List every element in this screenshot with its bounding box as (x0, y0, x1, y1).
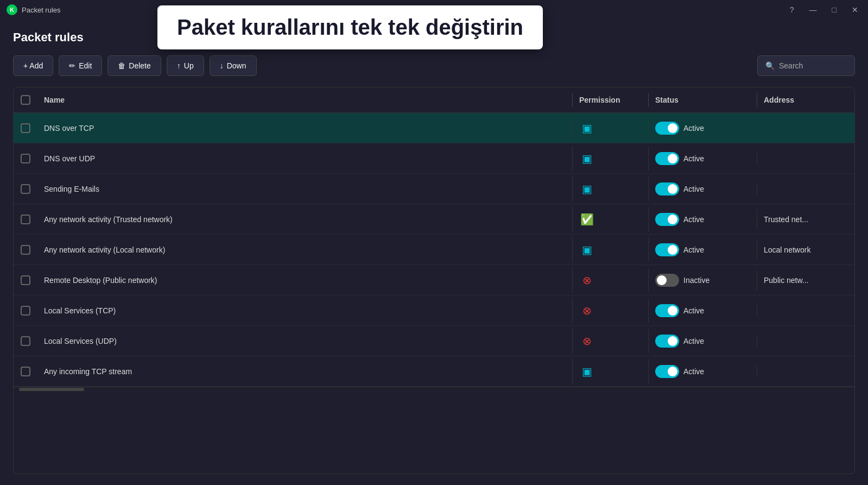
row-checkbox[interactable] (21, 275, 30, 285)
app-icon: K (7, 4, 17, 15)
toggle-container[interactable]: Active (655, 335, 704, 348)
help-button[interactable]: ? (787, 4, 797, 15)
row-checkbox[interactable] (21, 215, 30, 224)
row-status[interactable]: Active (648, 329, 757, 353)
row-checkbox[interactable] (21, 123, 30, 133)
table-row[interactable]: Local Services (UDP) ⊗ Active (14, 326, 854, 356)
status-label: Active (683, 337, 704, 345)
table-row[interactable]: Any network activity (Trusted network) ✅… (14, 204, 854, 235)
toggle-container[interactable]: Active (655, 182, 704, 196)
toggle-knob (668, 367, 677, 376)
row-status[interactable]: Active (648, 116, 757, 140)
address-text: Local network (764, 245, 810, 254)
row-permission: ▣ (572, 115, 648, 141)
row-permission: ⊗ (572, 298, 648, 324)
header-checkbox[interactable] (21, 95, 30, 105)
status-toggle[interactable] (655, 182, 679, 196)
row-checkbox[interactable] (21, 245, 30, 255)
search-icon: 🔍 (765, 61, 775, 70)
toggle-knob (668, 215, 677, 224)
scrollbar-thumb[interactable] (19, 388, 84, 391)
row-checkbox[interactable] (21, 336, 30, 346)
row-permission: ▣ (572, 176, 648, 202)
row-checkbox[interactable] (21, 306, 30, 316)
status-toggle[interactable] (655, 152, 679, 165)
permission-icon: ✅ (579, 212, 594, 227)
th-checkbox[interactable] (14, 93, 37, 107)
toggle-container[interactable]: Active (655, 365, 704, 378)
row-permission: ⊗ (572, 267, 648, 293)
edit-icon: ✏ (69, 61, 75, 70)
status-toggle[interactable] (655, 335, 679, 348)
table-row[interactable]: Any incoming TCP stream ▣ Active (14, 356, 854, 387)
minimize-button[interactable]: — (806, 4, 820, 15)
permission-icon: ⊗ (579, 303, 594, 318)
table-row[interactable]: Local Services (TCP) ⊗ Active (14, 295, 854, 326)
down-icon: ↓ (220, 61, 224, 70)
th-permission: Permission (572, 93, 648, 107)
edit-button[interactable]: ✏ Edit (59, 55, 102, 76)
row-checkbox-cell (14, 361, 37, 382)
status-label: Active (683, 306, 704, 315)
address-text: Trusted net... (764, 215, 808, 224)
status-label: Active (683, 367, 704, 376)
row-status[interactable]: Active (648, 238, 757, 262)
row-name: Any incoming TCP stream (37, 362, 572, 381)
row-address: Trusted net... (757, 210, 854, 229)
toggle-container[interactable]: Inactive (655, 274, 709, 287)
table-row[interactable]: Sending E-Mails ▣ Active (14, 174, 854, 204)
toggle-knob (657, 275, 667, 285)
add-button[interactable]: + Add (13, 55, 53, 76)
horizontal-scrollbar[interactable] (14, 387, 854, 391)
up-button[interactable]: ↑ Up (167, 55, 204, 76)
row-status[interactable]: Active (648, 360, 757, 383)
row-name: Any network activity (Trusted network) (37, 210, 572, 229)
status-toggle[interactable] (655, 304, 679, 317)
toggle-container[interactable]: Active (655, 304, 704, 317)
status-label: Active (683, 124, 704, 133)
row-status[interactable]: Inactive (648, 268, 757, 292)
search-placeholder: Search (779, 61, 803, 70)
row-address (757, 336, 854, 347)
table-row[interactable]: DNS over UDP ▣ Active (14, 143, 854, 174)
status-toggle[interactable] (655, 243, 679, 256)
row-checkbox-cell (14, 209, 37, 230)
row-status[interactable]: Active (648, 207, 757, 231)
table-row[interactable]: Remote Desktop (Public network) ⊗ Inacti… (14, 265, 854, 295)
row-status[interactable]: Active (648, 299, 757, 323)
row-checkbox[interactable] (21, 367, 30, 376)
permission-icon: ▣ (579, 242, 594, 257)
rules-table: Name Permission Status Address DNS over … (13, 87, 855, 474)
row-address (757, 123, 854, 134)
toggle-container[interactable]: Active (655, 243, 704, 256)
row-checkbox[interactable] (21, 184, 30, 194)
down-label: Down (227, 61, 246, 70)
table-row[interactable]: Any network activity (Local network) ▣ A… (14, 235, 854, 265)
toggle-container[interactable]: Active (655, 213, 704, 226)
status-toggle[interactable] (655, 213, 679, 226)
down-button[interactable]: ↓ Down (210, 55, 257, 76)
permission-icon: ▣ (579, 181, 594, 197)
search-box[interactable]: 🔍 Search (757, 55, 855, 76)
row-permission: ✅ (572, 206, 648, 232)
row-status[interactable]: Active (648, 147, 757, 171)
row-checkbox-cell (14, 300, 37, 321)
row-name: Local Services (TCP) (37, 301, 572, 320)
toggle-container[interactable]: Active (655, 152, 704, 165)
delete-button[interactable]: 🗑 Delete (107, 55, 161, 76)
row-checkbox[interactable] (21, 154, 30, 163)
status-toggle[interactable] (655, 365, 679, 378)
status-toggle[interactable] (655, 122, 679, 135)
status-label: Active (683, 245, 704, 254)
toggle-container[interactable]: Active (655, 122, 704, 135)
table-row[interactable]: DNS over TCP ▣ Active (14, 113, 854, 143)
maximize-button[interactable]: □ (829, 4, 840, 15)
status-label: Active (683, 154, 704, 163)
up-icon: ↑ (177, 61, 181, 70)
row-status[interactable]: Active (648, 177, 757, 201)
status-toggle[interactable] (655, 274, 679, 287)
toggle-knob (668, 306, 677, 316)
toggle-knob (668, 123, 677, 133)
title-bar-controls: ? — □ ✕ (787, 4, 861, 15)
close-button[interactable]: ✕ (848, 4, 861, 15)
